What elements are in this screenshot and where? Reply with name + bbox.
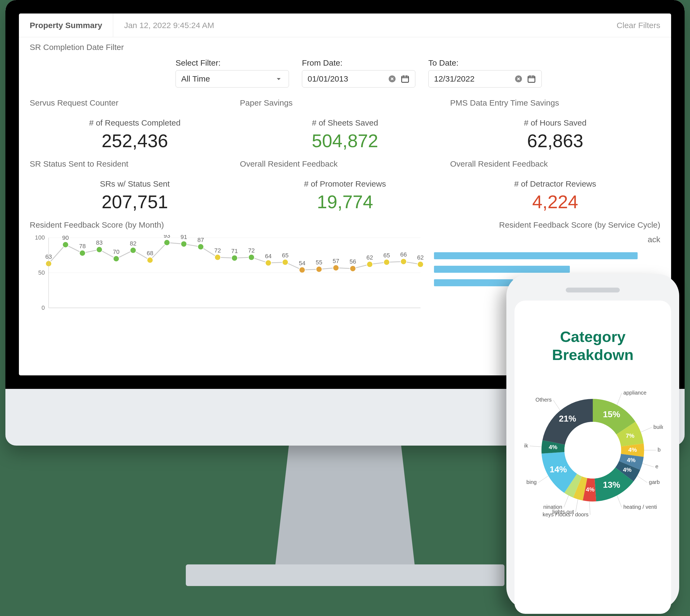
svg-point-16 — [96, 246, 102, 252]
chart-title-cycle: Resident Feedback Score (by Service Cycl… — [434, 220, 660, 229]
svg-text:4%: 4% — [627, 457, 636, 463]
svg-text:nination: nination — [543, 504, 562, 510]
chevron-down-icon — [274, 74, 283, 84]
svg-point-18 — [113, 256, 119, 262]
svg-text:0: 0 — [42, 304, 45, 311]
svg-text:62: 62 — [366, 254, 373, 261]
svg-point-26 — [181, 241, 187, 247]
clear-icon[interactable] — [514, 74, 523, 84]
from-date-label: From Date: — [302, 58, 415, 67]
filter-section-label: SR Completion Date Filter — [30, 43, 660, 52]
svg-text:54: 54 — [299, 260, 306, 267]
stat-group-label: SR Status Sent to Resident — [30, 159, 240, 169]
stat-value: 207,751 — [30, 191, 240, 212]
stat-sub-label: # of Detractor Reviews — [450, 179, 660, 189]
svg-text:Others: Others — [536, 397, 552, 403]
svg-point-22 — [147, 257, 153, 263]
chart-title-month: Resident Feedback Score (by Month) — [30, 220, 426, 229]
svg-line-78 — [637, 476, 647, 483]
svg-text:78: 78 — [79, 243, 86, 249]
svg-point-12 — [63, 242, 69, 248]
stat-value: 19,774 — [240, 191, 450, 212]
svg-line-84 — [576, 499, 578, 512]
stat-group-label: Overall Resident Feedback — [450, 159, 660, 169]
svg-line-76 — [643, 464, 654, 467]
from-date-input[interactable]: 01/01/2013 — [302, 70, 415, 88]
svg-text:ik: ik — [524, 443, 528, 448]
svg-text:build: build — [653, 424, 663, 430]
to-date-label: To Date: — [428, 58, 542, 67]
select-filter-dropdown[interactable]: All Time — [176, 70, 289, 88]
stat-sub-label: # of Hours Saved — [450, 118, 660, 128]
svg-text:66: 66 — [400, 251, 407, 258]
phone-mockup: Category Breakdown 15%7%4%4%4%13%4%14%4%… — [506, 274, 679, 609]
svg-line-80 — [617, 496, 622, 507]
svg-text:68: 68 — [147, 250, 153, 257]
to-date-input[interactable]: 12/31/2022 — [428, 70, 542, 88]
svg-text:14%: 14% — [550, 465, 567, 475]
svg-point-36 — [265, 260, 271, 266]
mini-bar — [434, 266, 570, 273]
svg-text:4%: 4% — [628, 446, 637, 453]
category-breakdown-chart: 15%7%4%4%4%13%4%14%4%21% appliancebuildb… — [522, 380, 663, 521]
svg-text:7%: 7% — [626, 432, 635, 439]
calendar-icon[interactable] — [527, 74, 536, 84]
svg-text:4%: 4% — [549, 444, 557, 451]
svg-text:4%: 4% — [586, 486, 594, 493]
svg-text:72: 72 — [248, 247, 255, 254]
svg-point-52 — [400, 259, 406, 264]
stats-row-1: Servus Request Counter # of Requests Com… — [30, 98, 660, 151]
stat-group-label: Overall Resident Feedback — [240, 159, 450, 169]
svg-point-30 — [215, 255, 221, 260]
svg-point-58 — [564, 422, 621, 479]
svg-text:87: 87 — [197, 237, 204, 243]
svg-text:91: 91 — [180, 235, 187, 240]
svg-point-50 — [384, 259, 390, 265]
phone-notch — [566, 288, 620, 292]
svg-point-54 — [418, 261, 423, 267]
monitor-stand-foot — [186, 565, 505, 586]
stat-group-label: PMS Data Entry Time Savings — [450, 98, 660, 108]
svg-text:65: 65 — [282, 252, 288, 259]
svg-text:71: 71 — [231, 248, 238, 255]
chart-partial-text: ack — [434, 235, 660, 244]
stat-value: 62,863 — [450, 130, 660, 151]
svg-text:62: 62 — [417, 254, 424, 261]
svg-text:83: 83 — [96, 239, 103, 246]
svg-text:garb: garb — [649, 479, 660, 485]
svg-line-82 — [589, 502, 591, 515]
svg-line-88 — [538, 476, 548, 483]
topbar: Property Summary Jan 12, 2022 9:45:24 AM… — [19, 14, 671, 37]
stat-sub-label: # of Sheets Saved — [240, 118, 450, 128]
svg-point-46 — [350, 265, 356, 271]
clear-filters-button[interactable]: Clear Filters — [617, 21, 660, 30]
svg-text:56: 56 — [350, 258, 356, 265]
feedback-by-month-chart: 050100 639078837082689391877271726465545… — [30, 235, 426, 321]
svg-text:21%: 21% — [559, 414, 576, 424]
svg-text:50: 50 — [38, 269, 45, 276]
stat-group-label: Paper Savings — [240, 98, 450, 108]
svg-point-48 — [367, 261, 373, 267]
svg-text:b: b — [658, 447, 661, 453]
svg-text:15%: 15% — [603, 410, 620, 419]
svg-text:65: 65 — [383, 252, 390, 259]
svg-text:72: 72 — [215, 247, 221, 254]
svg-text:57: 57 — [333, 258, 339, 264]
svg-line-72 — [641, 427, 652, 432]
stat-value: 4,224 — [450, 191, 660, 212]
clear-icon[interactable] — [387, 74, 397, 84]
svg-text:4%: 4% — [623, 466, 632, 473]
filter-row: Select Filter: All Time From Date: — [176, 58, 660, 88]
svg-point-44 — [333, 265, 339, 271]
svg-line-90 — [530, 446, 542, 447]
svg-point-32 — [231, 255, 237, 261]
svg-text:bing: bing — [526, 479, 537, 485]
svg-text:e: e — [655, 464, 659, 470]
phone-title: Category Breakdown — [520, 328, 666, 364]
calendar-icon[interactable] — [400, 74, 410, 84]
svg-point-40 — [299, 267, 305, 273]
svg-text:heating / venti: heating / venti — [623, 504, 657, 510]
svg-line-92 — [553, 400, 560, 411]
svg-point-42 — [316, 266, 322, 272]
svg-text:70: 70 — [113, 248, 119, 255]
